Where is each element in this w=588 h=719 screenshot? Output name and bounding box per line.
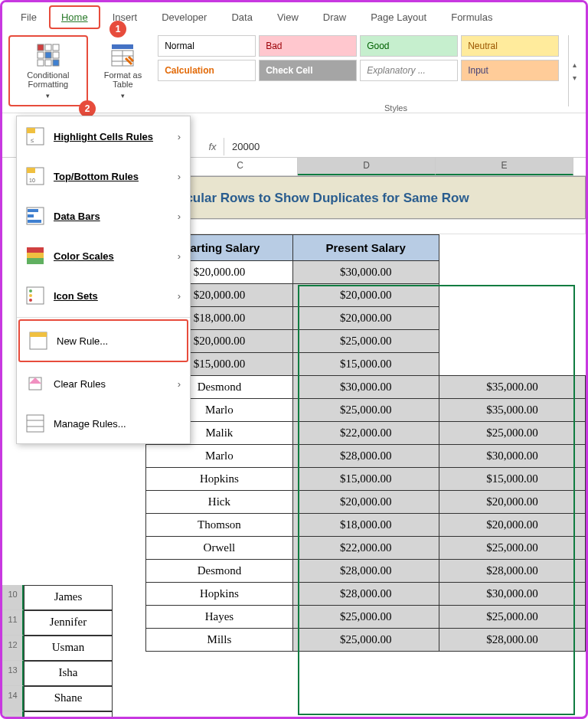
svg-rect-26 [27,258,44,264]
cell-firstname[interactable]: Shane [24,686,113,711]
cell-present[interactable]: $25,000.00 [292,330,439,353]
cell-lastname[interactable]: Mills [146,629,292,652]
style-normal[interactable]: Normal [158,35,256,57]
cell-lastname[interactable]: Desmond [146,560,292,583]
dd-manage-rules[interactable]: Manage Rules... [17,404,190,443]
cell-lastname[interactable]: Marlo [146,445,292,468]
tab-draw[interactable]: Draw [311,5,358,29]
cell-starting[interactable]: $18,000.00 [292,514,439,537]
cell-firstname[interactable]: Usman [24,636,113,661]
cell-starting[interactable]: $28,000.00 [292,445,439,468]
col-header-c[interactable]: C [183,158,298,175]
cell-starting[interactable]: $28,000.00 [292,560,439,583]
cell-starting[interactable]: $30,000.00 [292,376,439,399]
cell-firstname[interactable]: Jennifer [24,610,113,636]
cell-lastname[interactable]: Hopkins [146,583,292,606]
chevron-right-icon: › [178,211,181,222]
tab-home[interactable]: Home [49,5,100,29]
tab-developer[interactable]: Developer [149,5,219,29]
cell-starting[interactable]: $25,000.00 [292,399,439,422]
cell-firstname[interactable]: James [24,585,113,610]
dd-new-rule[interactable]: New Rule... [18,319,188,362]
tab-formulas[interactable]: Formulas [439,5,505,29]
svg-rect-18 [27,168,35,173]
styles-expand-button[interactable]: ▴ ▾ [568,35,580,106]
svg-rect-24 [27,247,44,253]
style-checkcell[interactable]: Check Cell [259,60,357,81]
dd-label: Highlight Cells Rules [54,131,168,142]
cell-starting[interactable]: $28,000.00 [292,583,439,606]
dd-highlight-cells[interactable]: ≤ Highlight Cells Rules › [17,116,190,156]
cell-lastname[interactable]: Thomson [146,514,292,537]
style-explanatory[interactable]: Explanatory ... [360,60,458,81]
row-header[interactable]: 13 [2,661,24,686]
conditional-formatting-button[interactable]: Conditional Formatting ▾ [8,35,88,106]
cell-present[interactable]: $15,000.00 [292,353,439,376]
cell-present[interactable]: $25,000.00 [439,606,585,629]
cell-present[interactable]: $28,000.00 [439,629,585,652]
dd-top-bottom[interactable]: 10 Top/Bottom Rules › [17,156,190,196]
row-header[interactable]: 14 [2,686,24,711]
row-header[interactable]: 10 [2,585,24,610]
style-good[interactable]: Good [360,35,458,57]
svg-rect-5 [53,52,59,58]
svg-rect-32 [30,332,47,337]
cell-present[interactable]: $25,000.00 [439,422,585,445]
top-bottom-icon: 10 [26,167,44,185]
icon-sets-icon [26,286,44,305]
cell-present[interactable]: $30,000.00 [439,583,585,606]
format-as-table-button[interactable]: Format as Table ▾ [94,35,152,106]
style-bad[interactable]: Bad [259,35,357,57]
svg-rect-3 [38,52,44,58]
cell-present[interactable]: $20,000.00 [292,284,439,307]
row-header[interactable]: 15 [2,711,24,719]
cell-firstname[interactable]: Isha [24,661,113,686]
fx-icon[interactable]: fx [201,138,224,155]
cell-present[interactable]: $30,000.00 [439,445,585,468]
row-header[interactable]: 11 [2,610,24,636]
cell-present[interactable]: $20,000.00 [439,514,585,537]
cell-starting[interactable]: $20,000.00 [292,491,439,514]
styles-group-label: Styles [209,103,583,113]
svg-rect-1 [45,44,51,51]
cell-present[interactable]: $15,000.00 [439,468,585,491]
callout-2: 2 [79,100,96,117]
dd-color-scales[interactable]: Color Scales › [17,236,190,276]
chevron-down-icon: ▾ [121,92,125,100]
cell-present[interactable]: $35,000.00 [439,399,585,422]
cell-lastname[interactable]: Hick [146,491,292,514]
cell-starting[interactable]: $22,000.00 [292,422,439,445]
style-calculation[interactable]: Calculation [158,60,256,81]
tab-pagelayout[interactable]: Page Layout [358,5,439,29]
cell-starting[interactable]: $15,000.00 [292,468,439,491]
svg-rect-2 [53,44,59,51]
cell-present[interactable]: $25,000.00 [439,537,585,560]
col-header-d[interactable]: D [298,158,436,175]
cell-lastname[interactable]: Hayes [146,606,292,629]
dd-label: Top/Bottom Rules [54,171,168,182]
cell-present[interactable]: $20,000.00 [292,307,439,330]
manage-rules-icon [26,414,44,433]
new-rule-icon [29,332,47,350]
col-header-e[interactable]: E [436,158,573,175]
cell-starting[interactable]: $25,000.00 [292,629,439,652]
dd-icon-sets[interactable]: Icon Sets › [17,276,190,315]
style-neutral[interactable]: Neutral [461,35,559,57]
dd-clear-rules[interactable]: Clear Rules › [17,364,190,404]
tab-data[interactable]: Data [219,5,264,29]
cell-present[interactable]: $35,000.00 [439,376,585,399]
tab-view[interactable]: View [265,5,311,29]
tab-file[interactable]: File [8,5,49,29]
dd-data-bars[interactable]: Data Bars › [17,196,190,236]
cell-present[interactable]: $30,000.00 [292,261,439,284]
cell-firstname[interactable]: Graham [24,711,113,719]
cell-present[interactable]: $28,000.00 [439,560,585,583]
cell-lastname[interactable]: Hopkins [146,468,292,491]
cell-starting[interactable]: $22,000.00 [292,537,439,560]
cell-lastname[interactable]: Orwell [146,537,292,560]
cell-starting[interactable]: $25,000.00 [292,606,439,629]
row-header[interactable]: 12 [2,636,24,661]
cell-present[interactable]: $20,000.00 [439,491,585,514]
formula-input[interactable]: 20000 [224,138,586,155]
style-input[interactable]: Input [461,60,559,81]
